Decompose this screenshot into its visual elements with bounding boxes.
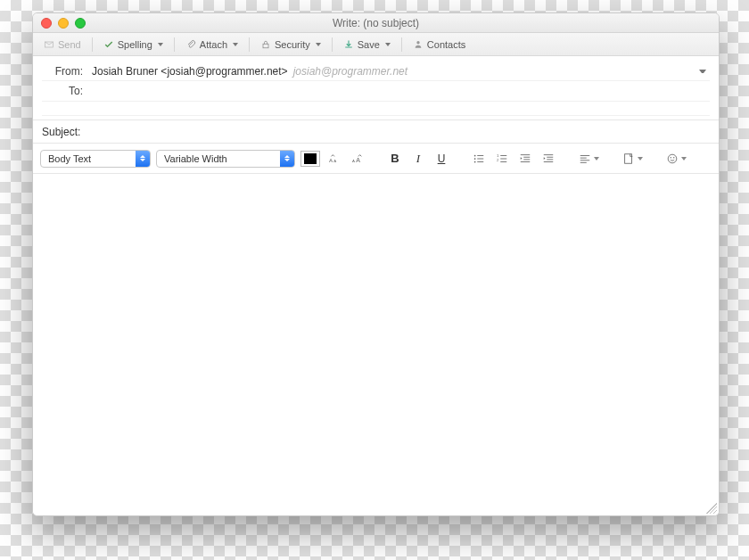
from-row: From: Josiah Bruner <josiah@programmer.n… bbox=[42, 62, 710, 81]
titlebar: Write: (no subject) bbox=[33, 13, 719, 33]
align-button[interactable] bbox=[577, 150, 601, 168]
from-field[interactable]: Josiah Bruner <josiah@programmer.net> jo… bbox=[88, 63, 710, 79]
subject-label: Subject: bbox=[42, 126, 80, 138]
emoji-button[interactable] bbox=[664, 150, 688, 168]
send-button[interactable]: Send bbox=[38, 37, 86, 52]
insert-button[interactable] bbox=[621, 150, 645, 168]
to-row: To: bbox=[42, 81, 710, 102]
close-window-button[interactable] bbox=[41, 18, 52, 29]
paperclip-icon bbox=[185, 39, 196, 50]
svg-text:A: A bbox=[333, 158, 336, 162]
color-swatch bbox=[304, 153, 317, 164]
numbered-list-button[interactable]: 12 bbox=[493, 150, 511, 168]
svg-rect-12 bbox=[625, 153, 632, 163]
text-color-button[interactable] bbox=[300, 151, 320, 167]
svg-rect-1 bbox=[263, 44, 268, 48]
paragraph-style-label: Body Text bbox=[41, 153, 136, 164]
lock-icon bbox=[260, 39, 271, 50]
spelling-button[interactable]: Spelling bbox=[98, 37, 169, 52]
spelling-label: Spelling bbox=[118, 39, 152, 50]
to-input[interactable] bbox=[92, 83, 706, 99]
svg-point-7 bbox=[474, 154, 476, 156]
send-icon bbox=[44, 39, 54, 50]
font-size-increase-button[interactable]: AA bbox=[349, 150, 366, 168]
svg-point-13 bbox=[668, 154, 677, 163]
zoom-window-button[interactable] bbox=[75, 18, 86, 29]
svg-text:2: 2 bbox=[497, 157, 499, 161]
svg-point-15 bbox=[673, 156, 674, 157]
from-value: Josiah Bruner <josiah@programmer.net> bbox=[92, 65, 288, 78]
save-icon bbox=[343, 39, 354, 50]
bulleted-list-button[interactable] bbox=[470, 150, 488, 168]
chevron-down-icon bbox=[594, 157, 599, 161]
message-headers: From: Josiah Bruner <josiah@programmer.n… bbox=[33, 56, 719, 120]
svg-point-8 bbox=[474, 158, 476, 160]
check-icon bbox=[103, 39, 114, 50]
svg-point-2 bbox=[416, 41, 419, 44]
message-body-editor[interactable] bbox=[33, 174, 719, 515]
minimize-window-button[interactable] bbox=[58, 18, 69, 29]
from-label: From: bbox=[42, 65, 88, 78]
chevron-down-icon bbox=[385, 43, 391, 46]
chevron-down-icon bbox=[158, 43, 163, 46]
italic-button[interactable]: I bbox=[409, 150, 427, 168]
subject-row: Subject: bbox=[33, 120, 719, 144]
bold-button[interactable]: B bbox=[386, 150, 404, 168]
subject-input[interactable] bbox=[86, 124, 710, 140]
chevron-down-icon bbox=[638, 157, 643, 161]
indent-button[interactable] bbox=[539, 150, 557, 168]
underline-button[interactable]: U bbox=[432, 150, 450, 168]
chevron-down-icon bbox=[699, 70, 706, 73]
window-title: Write: (no subject) bbox=[33, 17, 719, 29]
window-controls bbox=[41, 18, 86, 29]
svg-text:A: A bbox=[329, 156, 333, 162]
outdent-button[interactable] bbox=[516, 150, 534, 168]
person-icon bbox=[413, 39, 424, 50]
paragraph-style-select[interactable]: Body Text bbox=[40, 150, 151, 168]
select-stepper-icon bbox=[280, 151, 294, 167]
compose-window: Write: (no subject) Send Spelling Attach bbox=[32, 12, 720, 516]
header-spacer bbox=[42, 102, 710, 116]
attach-button[interactable]: Attach bbox=[180, 37, 243, 52]
font-family-select[interactable]: Variable Width bbox=[156, 150, 295, 168]
resize-grip[interactable] bbox=[706, 503, 717, 514]
chevron-down-icon bbox=[233, 43, 238, 46]
contacts-button[interactable]: Contacts bbox=[407, 37, 471, 52]
save-label: Save bbox=[358, 39, 380, 50]
chevron-down-icon bbox=[681, 157, 687, 161]
main-toolbar: Send Spelling Attach Security bbox=[33, 33, 719, 56]
font-family-label: Variable Width bbox=[157, 153, 280, 164]
security-label: Security bbox=[275, 39, 310, 50]
svg-text:A: A bbox=[352, 158, 355, 162]
from-identity-hint: josiah@programmer.net bbox=[293, 65, 407, 78]
font-size-decrease-button[interactable]: AA bbox=[325, 150, 343, 168]
format-toolbar: Body Text Variable Width AA AA B I U 12 bbox=[33, 144, 719, 174]
to-label: To: bbox=[42, 85, 88, 97]
chevron-down-icon bbox=[316, 43, 321, 46]
svg-text:A: A bbox=[356, 156, 360, 162]
save-button[interactable]: Save bbox=[338, 37, 396, 52]
select-stepper-icon bbox=[136, 151, 150, 167]
attach-label: Attach bbox=[200, 39, 227, 50]
svg-point-14 bbox=[671, 156, 671, 157]
security-button[interactable]: Security bbox=[255, 37, 326, 52]
svg-point-9 bbox=[474, 161, 476, 162]
contacts-label: Contacts bbox=[427, 39, 465, 50]
send-label: Send bbox=[58, 39, 81, 50]
